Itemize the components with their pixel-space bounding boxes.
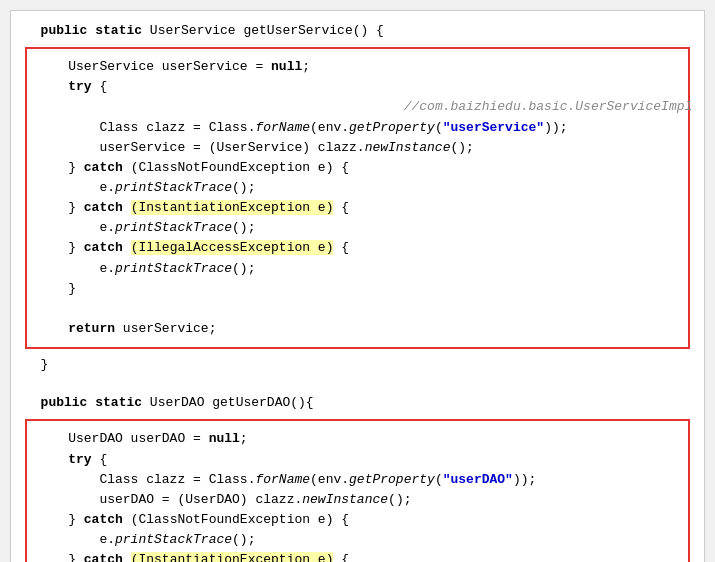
line-2-7: } catch (InstantiationException e) { [37, 550, 678, 562]
line-1-5: userService = (UserService) clazz.newIns… [37, 138, 678, 158]
line-1-return: return userService; [37, 319, 678, 339]
line-1-6: } catch (ClassNotFoundException e) { [37, 158, 678, 178]
line-1-11: e.printStackTrace(); [37, 259, 678, 279]
code-block-1: UserService userService = null; try { //… [25, 47, 690, 349]
line-2-4: userDAO = (UserDAO) clazz.newInstance(); [37, 490, 678, 510]
line-1-7: e.printStackTrace(); [37, 178, 678, 198]
line-2-3: Class clazz = Class.forName(env.getPrope… [37, 470, 678, 490]
code-container: public static UserService getUserService… [10, 10, 705, 562]
line-1-4: Class clazz = Class.forName(env.getPrope… [37, 118, 678, 138]
method-signature-1: public static UserService getUserService… [25, 21, 690, 41]
method-signature-2: public static UserDAO getUserDAO(){ [25, 393, 690, 413]
line-1-8: } catch (InstantiationException e) { [37, 198, 678, 218]
line-1-blank [37, 299, 678, 319]
code-block-2: UserDAO userDAO = null; try { Class claz… [25, 419, 690, 562]
line-2-6: e.printStackTrace(); [37, 530, 678, 550]
line-1-2: try { [37, 77, 678, 97]
line-2-2: try { [37, 450, 678, 470]
line-2-1: UserDAO userDAO = null; [37, 429, 678, 449]
line-2-5: } catch (ClassNotFoundException e) { [37, 510, 678, 530]
line-1-1: UserService userService = null; [37, 57, 678, 77]
line-1-9: e.printStackTrace(); [37, 218, 678, 238]
closing-brace-1: } [25, 355, 690, 375]
line-1-12: } [37, 279, 678, 299]
line-1-10: } catch (IllegalAccessException e) { [37, 238, 678, 258]
line-1-3: //com.baizhiedu.basic.UserServiceImpl [37, 97, 678, 117]
